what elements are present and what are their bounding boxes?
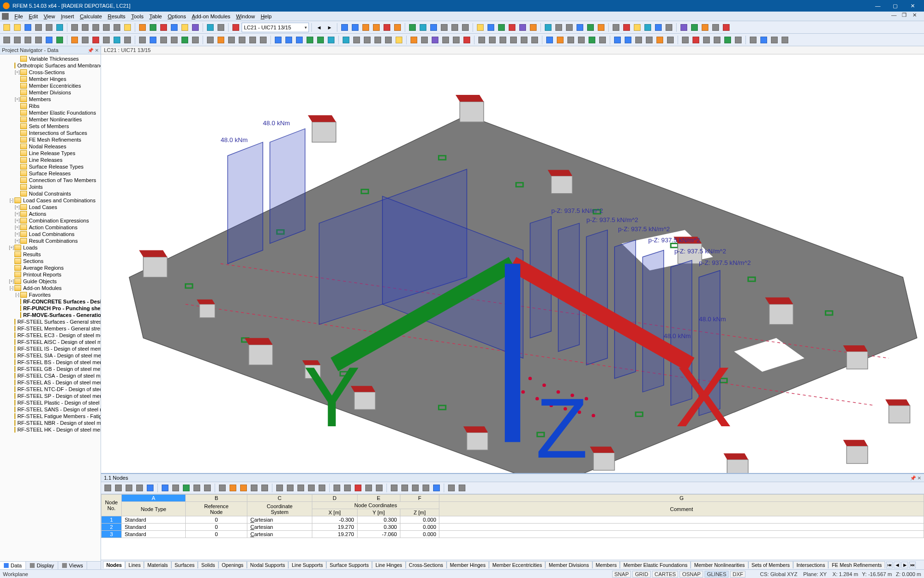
tb1a-btn-0[interactable] [2, 23, 12, 32]
tb1a-btn-19[interactable] [216, 23, 226, 32]
tree-item[interactable]: [+]Load Combinations [0, 231, 101, 237]
menu-results[interactable]: Results [105, 13, 128, 20]
tb2-btn-48[interactable] [545, 35, 554, 45]
table-tab-lines[interactable]: Lines [125, 561, 144, 568]
menu-add-on-modules[interactable]: Add-on Modules [189, 13, 233, 20]
table-tab-sets-of-members[interactable]: Sets of Members [748, 561, 793, 568]
tb2-btn-53[interactable] [598, 35, 607, 45]
tree-item[interactable]: Sections [0, 258, 101, 264]
tb1b-btn-16[interactable] [518, 23, 527, 32]
tb1b-btn-26[interactable] [632, 23, 642, 32]
menu-window[interactable]: Window [233, 13, 258, 20]
tree-item[interactable]: RF-STEEL AISC - Design of steel membe… [0, 339, 101, 345]
table-tab-members[interactable]: Members [592, 561, 620, 568]
tb1a-btn-2[interactable] [23, 23, 33, 32]
table-tb-btn-1[interactable] [114, 483, 123, 493]
table-tab-intersections[interactable]: Intersections [793, 561, 829, 568]
tb1b-btn-0[interactable] [340, 23, 349, 32]
tb2-btn-11[interactable] [123, 35, 132, 45]
tb1a-btn-14[interactable] [159, 23, 168, 32]
table-tab-member-elastic-foundations[interactable]: Member Elastic Foundations [620, 561, 691, 568]
tb1b-btn-18[interactable] [543, 23, 553, 32]
tb2-btn-41[interactable] [462, 35, 472, 45]
table-tab-nav[interactable]: ⏭ [909, 562, 916, 568]
tb1b-btn-19[interactable] [554, 23, 564, 32]
tb1b-btn-15[interactable] [507, 23, 517, 32]
tree-item[interactable]: Variable Thicknesses [0, 55, 101, 62]
tb2-btn-43[interactable] [488, 35, 497, 45]
tree-item[interactable]: RF-STEEL CSA - Design of steel member… [0, 372, 101, 379]
table-tb-btn-2[interactable] [124, 483, 134, 493]
loadcase-icon[interactable] [231, 23, 241, 32]
tree-item[interactable]: Results [0, 251, 101, 258]
table-tb-btn-31[interactable] [457, 483, 467, 493]
menu-insert[interactable]: Insert [58, 13, 77, 20]
tree-item[interactable]: [-]Load Cases and Combinations [0, 197, 101, 204]
tb2-btn-32[interactable] [362, 35, 372, 45]
tree-item[interactable]: Nodal Releases [0, 143, 101, 150]
table-tb-btn-30[interactable] [447, 483, 456, 493]
viewport-3d[interactable]: 48.0 kNm 48.0 kNm p-Z: 937.5 kN/m^2 p-Z:… [101, 54, 924, 473]
tb2-btn-50[interactable] [566, 35, 576, 45]
table-row[interactable]: 2Standard0Cartesian19.2700.3000.000 [102, 524, 924, 531]
tree-item[interactable]: Surface Release Types [0, 163, 101, 170]
mdi-restore[interactable]: ❐ [902, 12, 911, 21]
tb1b-btn-3[interactable] [372, 23, 381, 32]
tree-item[interactable]: Member Hinges [0, 76, 101, 82]
tb1a-btn-12[interactable] [138, 23, 147, 32]
tb2-btn-18[interactable] [205, 35, 215, 45]
tb2-btn-5[interactable] [55, 35, 64, 45]
table-tb-btn-0[interactable] [103, 483, 113, 493]
tree-item[interactable]: RF-STEEL IS - Design of steel members a… [0, 345, 101, 352]
tb1b-btn-13[interactable] [486, 23, 496, 32]
tree-item[interactable]: [+]Combination Expressions [0, 217, 101, 224]
tb2-btn-64[interactable] [723, 35, 732, 45]
tree-item[interactable]: Average Regions [0, 264, 101, 271]
tree-item[interactable]: RF-STEEL GB - Design of steel members … [0, 366, 101, 372]
tb2-btn-49[interactable] [555, 35, 565, 45]
tree-item[interactable]: Printout Reports [0, 271, 101, 278]
tb2-btn-8[interactable] [91, 35, 101, 45]
table-pin-icon[interactable]: 📌 ✕ [910, 475, 921, 481]
table-row[interactable]: 1Standard0Cartesian-0.3000.3000.000 [102, 516, 924, 524]
tb2-btn-44[interactable] [498, 35, 508, 45]
tb1b-btn-23[interactable] [596, 23, 606, 32]
tb2-btn-26[interactable] [295, 35, 304, 45]
tb1b-btn-17[interactable] [528, 23, 538, 32]
table-tab-surface-supports[interactable]: Surface Supports [326, 561, 372, 568]
tb2-btn-10[interactable] [112, 35, 122, 45]
table-row[interactable]: 3Standard0Cartesian19.270-7.0600.000 [102, 531, 924, 538]
table-tb-btn-15[interactable] [275, 483, 284, 493]
tb1b-btn-27[interactable] [643, 23, 653, 32]
tree-item[interactable]: [+]Guide Objects [0, 278, 101, 285]
menu-options[interactable]: Options [165, 13, 189, 20]
menu-edit[interactable]: Edit [26, 13, 41, 20]
tb1b-btn-1[interactable] [350, 23, 360, 32]
tb2-btn-7[interactable] [80, 35, 90, 45]
tb2-btn-45[interactable] [509, 35, 518, 45]
table-tb-btn-29[interactable] [432, 483, 441, 493]
tree-item[interactable]: Connection of Two Members [0, 177, 101, 184]
tree-item[interactable]: Nodal Constraints [0, 190, 101, 197]
menu-table[interactable]: Table [146, 13, 165, 20]
tb1b-btn-14[interactable] [497, 23, 506, 32]
table-tb-btn-25[interactable] [389, 483, 399, 493]
tb2-btn-1[interactable] [13, 35, 22, 45]
tb1b-btn-9[interactable] [439, 23, 449, 32]
tb1a-btn-13[interactable] [148, 23, 158, 32]
tb2-btn-15[interactable] [169, 35, 179, 45]
tb2-btn-35[interactable] [394, 35, 404, 45]
tb1b-btn-7[interactable] [418, 23, 428, 32]
tb2-btn-6[interactable] [70, 35, 79, 45]
tb2-btn-69[interactable] [780, 35, 790, 45]
tb1b-btn-25[interactable] [622, 23, 631, 32]
tb2-btn-25[interactable] [284, 35, 294, 45]
tb1b-btn-33[interactable] [711, 23, 720, 32]
tree-item[interactable]: RF-STEEL HK - Design of steel members… [0, 426, 101, 433]
table-tb-btn-7[interactable] [181, 483, 191, 493]
table-tb-btn-24[interactable] [374, 483, 384, 493]
tree-item[interactable]: [+]Members [0, 96, 101, 103]
tb1b-btn-22[interactable] [586, 23, 595, 32]
table-tb-btn-22[interactable] [353, 483, 363, 493]
table-tb-btn-16[interactable] [285, 483, 295, 493]
